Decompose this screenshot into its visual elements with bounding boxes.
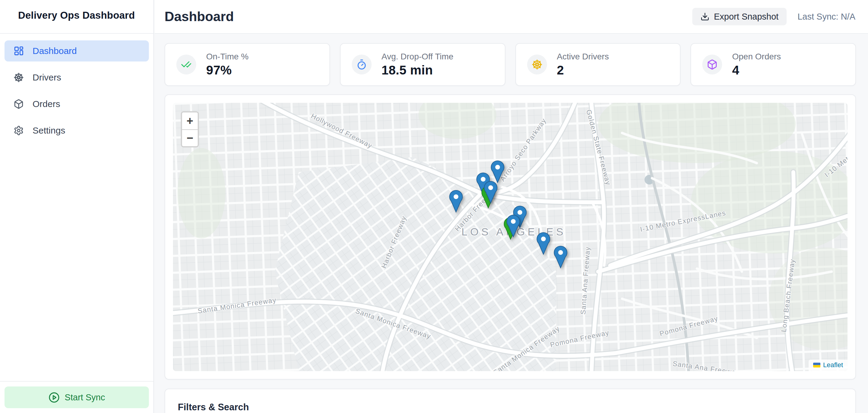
content: On-Time % 97% Avg. Drop-Off Time 18.5 mi… bbox=[155, 34, 868, 413]
map-marker-blue[interactable] bbox=[554, 246, 567, 268]
map-marker-blue[interactable] bbox=[449, 190, 463, 212]
export-snapshot-button[interactable]: Export Snapshot bbox=[692, 8, 786, 25]
sidebar-item-label: Dashboard bbox=[33, 46, 77, 56]
zoom-in-button[interactable]: + bbox=[182, 113, 198, 129]
ship-wheel-icon bbox=[13, 72, 24, 83]
stat-card-dropoff-time: Avg. Drop-Off Time 18.5 min bbox=[340, 43, 505, 86]
filters-card: Filters & Search bbox=[164, 389, 856, 413]
sidebar-item-dashboard[interactable]: Dashboard bbox=[4, 40, 149, 61]
last-sync-status: Last Sync: N/A bbox=[798, 12, 855, 22]
map-marker-blue[interactable] bbox=[491, 160, 504, 183]
stat-card-on-time: On-Time % 97% bbox=[164, 43, 330, 86]
map-attribution: Leaflet bbox=[809, 360, 847, 371]
stat-value: 2 bbox=[557, 63, 609, 78]
check-check-icon bbox=[176, 55, 196, 75]
sidebar-item-label: Drivers bbox=[33, 72, 61, 83]
stat-value: 97% bbox=[206, 63, 249, 78]
timer-icon bbox=[352, 55, 372, 75]
map-marker-blue[interactable] bbox=[484, 181, 498, 204]
sidebar-item-label: Orders bbox=[33, 99, 60, 109]
main-area: Dashboard Export Snapshot Last Sync: N/A bbox=[155, 0, 868, 413]
package-icon bbox=[13, 99, 24, 109]
sidebar-item-settings[interactable]: Settings bbox=[4, 120, 149, 141]
ship-wheel-icon bbox=[527, 55, 547, 75]
sidebar-header: Delivery Ops Dashboard bbox=[0, 0, 153, 34]
map-canvas[interactable]: LOS ANGELESHollywood FreewayArroyo Seco … bbox=[173, 103, 847, 371]
filters-title: Filters & Search bbox=[178, 402, 843, 413]
stat-label: On-Time % bbox=[206, 52, 249, 61]
stat-value: 18.5 min bbox=[381, 63, 454, 78]
layout-dashboard-icon bbox=[13, 46, 24, 56]
stat-card-open-orders: Open Orders 4 bbox=[690, 43, 856, 86]
zoom-out-button[interactable]: − bbox=[182, 129, 198, 146]
map-marker-blue[interactable] bbox=[506, 215, 520, 237]
stat-label: Active Drivers bbox=[557, 52, 609, 61]
app-title: Delivery Ops Dashboard bbox=[18, 10, 135, 21]
map-zoom-control: + − bbox=[181, 111, 199, 147]
ukraine-flag-icon bbox=[813, 363, 820, 367]
leaflet-attribution-link[interactable]: Leaflet bbox=[823, 361, 843, 369]
sidebar-footer: Start Sync bbox=[0, 381, 153, 413]
map-card: LOS ANGELESHollywood FreewayArroyo Seco … bbox=[164, 94, 856, 380]
sidebar-item-drivers[interactable]: Drivers bbox=[4, 67, 149, 88]
stats-row: On-Time % 97% Avg. Drop-Off Time 18.5 mi… bbox=[164, 43, 856, 86]
stat-label: Avg. Drop-Off Time bbox=[381, 52, 454, 61]
gear-icon bbox=[13, 125, 24, 136]
package-icon bbox=[702, 55, 722, 75]
topbar: Dashboard Export Snapshot Last Sync: N/A bbox=[155, 0, 868, 34]
page-title: Dashboard bbox=[164, 9, 234, 24]
marker-layer bbox=[173, 103, 847, 371]
stat-card-active-drivers: Active Drivers 2 bbox=[516, 43, 681, 86]
sidebar: Delivery Ops Dashboard Dashboard bbox=[0, 0, 154, 413]
start-sync-label: Start Sync bbox=[65, 392, 105, 403]
export-snapshot-label: Export Snapshot bbox=[714, 12, 778, 22]
sidebar-item-label: Settings bbox=[33, 125, 65, 136]
sidebar-item-orders[interactable]: Orders bbox=[4, 93, 149, 115]
start-sync-button[interactable]: Start Sync bbox=[4, 386, 149, 408]
sidebar-nav: Dashboard Drivers Orders bbox=[0, 34, 153, 381]
stat-value: 4 bbox=[732, 63, 781, 78]
stat-label: Open Orders bbox=[732, 52, 781, 61]
map-marker-blue[interactable] bbox=[536, 232, 550, 255]
